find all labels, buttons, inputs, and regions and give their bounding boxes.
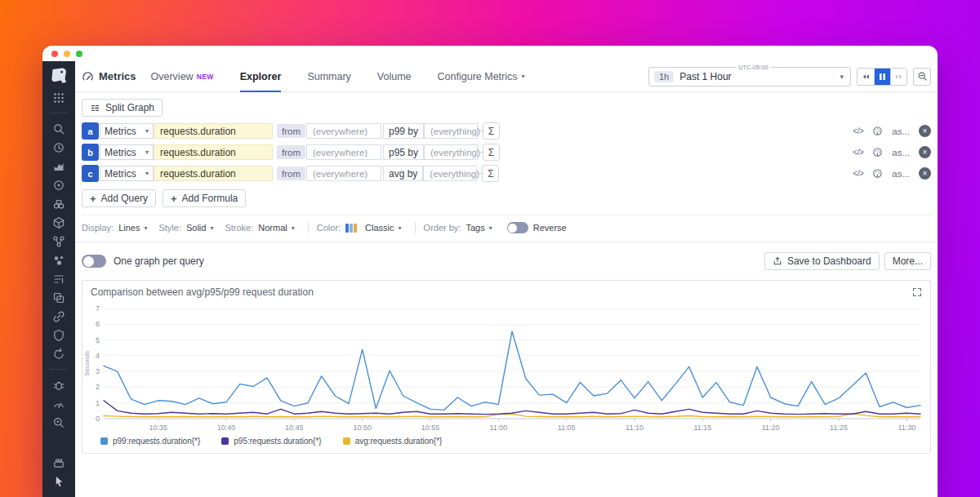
sidebar-item-metrics-gauge[interactable] xyxy=(42,394,75,413)
add-formula-button[interactable]: + Add Formula xyxy=(163,189,246,207)
fullscreen-window-button[interactable] xyxy=(76,51,82,57)
code-view-icon[interactable]: </> xyxy=(853,148,863,157)
code-view-icon[interactable]: </> xyxy=(853,169,863,178)
query-editor: a Metrics▾ requests.duration from (every… xyxy=(75,122,938,186)
sidebar-item-security-shield[interactable] xyxy=(42,326,75,344)
code-view-icon[interactable]: </> xyxy=(853,126,863,135)
remove-query-button[interactable]: × xyxy=(919,125,931,137)
query-actions-row: + Add Query + Add Formula xyxy=(75,186,938,207)
nav-tab-summary[interactable]: Summary xyxy=(307,61,350,92)
palette-icon[interactable] xyxy=(872,147,883,158)
sidebar-item-apm-binoculars[interactable] xyxy=(42,194,75,213)
nav-tab-volume[interactable]: Volume xyxy=(377,61,412,92)
zoom-out-time-button[interactable] xyxy=(913,68,931,86)
group-by-input[interactable]: (everything) xyxy=(424,144,478,160)
one-graph-per-query-toggle[interactable] xyxy=(82,255,106,268)
apm-binoculars-icon xyxy=(52,197,65,211)
chart-legend: p99:requests.duration{*}p95:requests.dur… xyxy=(82,435,930,453)
metric-name-input[interactable]: requests.duration xyxy=(154,123,273,139)
query-source-select[interactable]: Metrics▾ xyxy=(100,123,154,139)
palette-icon[interactable] xyxy=(872,168,883,179)
as-option[interactable]: as... xyxy=(892,169,910,179)
order-by-select[interactable]: Tags▾ xyxy=(466,223,492,233)
svg-text:3: 3 xyxy=(96,367,100,375)
apps-grid-icon xyxy=(52,91,65,104)
sidebar-item-audit-search[interactable] xyxy=(42,413,75,432)
stroke-select[interactable]: Normal▾ xyxy=(258,223,294,233)
save-to-dashboard-label: Save to Dashboard xyxy=(787,255,871,267)
sidebar-item-search[interactable] xyxy=(42,119,75,138)
sidebar-item-network-map[interactable] xyxy=(42,232,75,251)
legend-item[interactable]: avg:requests.duration{*} xyxy=(343,437,443,446)
remove-query-button[interactable]: × xyxy=(919,167,931,180)
query-letter-badge[interactable]: a xyxy=(82,122,99,140)
time-pause-button[interactable] xyxy=(874,69,890,85)
sidebar-item-synthetics-refresh[interactable] xyxy=(42,344,75,363)
sidebar-item-metrics-graph[interactable] xyxy=(42,157,75,175)
aggregation-select[interactable]: p95 by xyxy=(383,144,424,160)
legend-swatch-icon xyxy=(343,437,350,445)
new-badge: NEW xyxy=(197,73,214,81)
time-range-picker[interactable]: UTC-05:00 1h Past 1 Hour ▾ xyxy=(648,67,851,87)
close-window-button[interactable] xyxy=(51,51,58,57)
time-backward-button[interactable] xyxy=(858,69,874,85)
legend-item[interactable]: p99:requests.duration{*} xyxy=(100,437,200,446)
more-button[interactable]: More... xyxy=(884,252,931,270)
add-query-button[interactable]: + Add Query xyxy=(82,189,156,207)
query-letter-badge[interactable]: c xyxy=(82,165,99,182)
sidebar-item-logs[interactable] xyxy=(42,269,75,288)
palette-icon[interactable] xyxy=(872,126,883,136)
query-source-select[interactable]: Metrics▾ xyxy=(100,144,154,160)
sidebar-item-pointer-cursor[interactable] xyxy=(42,472,75,490)
remove-query-button[interactable]: × xyxy=(919,146,931,158)
nav-tab-configure-metrics[interactable]: Configure Metrics▾ xyxy=(438,61,525,92)
aggregation-select[interactable]: avg by xyxy=(383,166,423,181)
color-palette-select[interactable]: Classic▾ xyxy=(345,223,401,233)
query-letter-badge[interactable]: b xyxy=(82,144,99,161)
main-content: Metrics OverviewNEWExplorerSummaryVolume… xyxy=(75,61,938,497)
nav-metrics-brand[interactable]: Metrics xyxy=(82,70,136,82)
style-select[interactable]: Solid▾ xyxy=(186,223,213,233)
legend-item[interactable]: p95:requests.duration{*} xyxy=(221,437,321,446)
reverse-toggle[interactable] xyxy=(507,222,528,233)
query-source-select[interactable]: Metrics▾ xyxy=(100,166,154,181)
sidebar-item-apps-grid[interactable] xyxy=(42,88,75,107)
time-forward-button[interactable] xyxy=(890,69,906,85)
sigma-functions-button[interactable]: Σ xyxy=(482,165,499,182)
metrics-graph-icon xyxy=(52,160,65,173)
display-type-select[interactable]: Lines▾ xyxy=(118,223,147,233)
sidebar-item-watchdog[interactable] xyxy=(42,175,75,194)
from-scope-input[interactable]: (everywhere) xyxy=(306,144,381,160)
sidebar-item-service-links[interactable] xyxy=(42,307,75,326)
watchdog-icon xyxy=(52,179,65,192)
minimize-window-button[interactable] xyxy=(64,51,70,57)
chart-card: Comparison between avg/p95/p99 request d… xyxy=(82,280,931,454)
sigma-functions-button[interactable]: Σ xyxy=(483,122,500,140)
sidebar-item-datadog-logo[interactable] xyxy=(42,64,75,88)
save-to-dashboard-button[interactable]: Save to Dashboard xyxy=(764,252,880,270)
aggregation-select[interactable]: p99 by xyxy=(383,123,424,139)
metric-name-input[interactable]: requests.duration xyxy=(154,144,273,160)
svg-text:11:20: 11:20 xyxy=(762,424,780,432)
metric-name-input[interactable]: requests.duration xyxy=(154,166,273,181)
nav-tab-explorer[interactable]: Explorer xyxy=(240,61,282,92)
as-option[interactable]: as... xyxy=(892,148,910,158)
fast-forward-icon xyxy=(894,73,904,81)
timeseries-chart[interactable]: 0123456710:3510:4010:4510:5010:5511:0011… xyxy=(82,300,930,435)
sidebar-item-dashboards[interactable] xyxy=(42,288,75,307)
sidebar-item-integration-blocks[interactable] xyxy=(42,453,75,472)
sigma-functions-button[interactable]: Σ xyxy=(483,144,500,161)
expand-chart-button[interactable] xyxy=(912,287,922,297)
audit-search-icon xyxy=(52,416,65,429)
sidebar-item-security-bug[interactable] xyxy=(42,375,75,394)
from-scope-input[interactable]: (everywhere) xyxy=(306,166,381,181)
split-graph-button[interactable]: Split Graph xyxy=(82,99,163,117)
sidebar-item-history[interactable] xyxy=(42,138,75,157)
from-scope-input[interactable]: (everywhere) xyxy=(306,123,381,139)
sidebar-item-infrastructure-cube[interactable] xyxy=(42,213,75,232)
as-option[interactable]: as... xyxy=(892,126,910,136)
nav-tab-overview[interactable]: OverviewNEW xyxy=(151,61,214,92)
group-by-input[interactable]: (everything) xyxy=(424,123,478,139)
group-by-input[interactable]: (everything) xyxy=(423,166,477,181)
sidebar-item-processes[interactable] xyxy=(42,251,75,269)
